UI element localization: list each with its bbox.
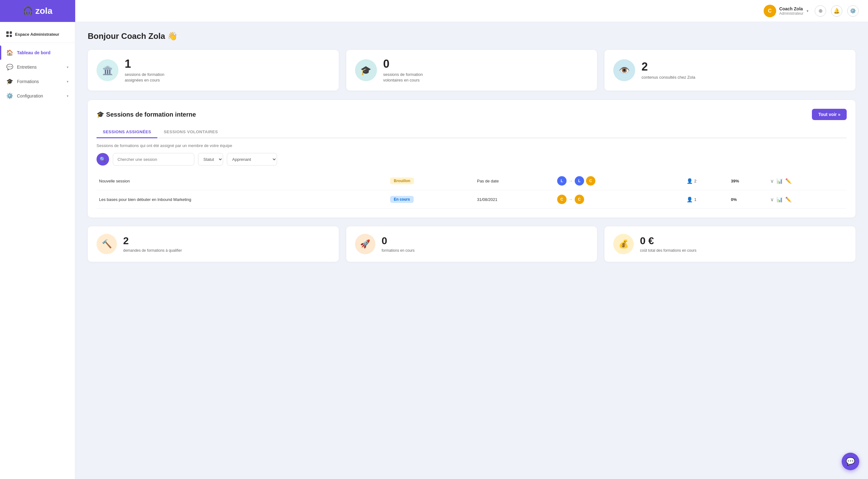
stats-row: 🏛️ 1 sessions de formationassignées en c… (88, 50, 856, 91)
bottom-stat-card-1: 🔨 2 demandes de formations à qualifier (88, 226, 339, 262)
tout-voir-button[interactable]: Tout voir » (812, 109, 847, 120)
actions-group: ∨ 📊 ✏️ (770, 178, 844, 184)
app-name: zola (35, 6, 52, 16)
chat-icon: 💬 (6, 64, 13, 70)
chevron-down-icon: ▾ (67, 94, 69, 98)
logo-icon: 🎧 (23, 6, 33, 16)
person-icon: 👤 (687, 197, 693, 203)
stat-info-3: 2 contenus consultés chez Zola (642, 60, 695, 80)
avatar: C (764, 5, 776, 17)
person-icon: 👤 (687, 178, 693, 184)
sidebar-item-label: Formations (17, 79, 39, 84)
settings-button[interactable]: ⚙️ (847, 5, 859, 17)
count-value: 2 (694, 179, 696, 183)
session-progress-1: 39% (728, 172, 768, 190)
session-name-2: Les bases pour bien débuter en Inbound M… (96, 190, 388, 209)
tout-voir-label: Tout voir » (818, 112, 840, 117)
stat-label-1: sessions de formationassignées en cours (125, 72, 164, 83)
stat-label-3: contenus consultés chez Zola (642, 74, 695, 80)
session-badge-2: En cours (388, 190, 474, 209)
sidebar-item-configuration[interactable]: ⚙️ Configuration ▾ (0, 89, 75, 103)
add-button[interactable]: ⊕ (815, 5, 826, 17)
apprenant-filter[interactable]: Apprenant (227, 153, 277, 166)
avatar-from: L (557, 176, 566, 186)
bottom-stat-icon-3: 💰 (613, 234, 633, 254)
logo[interactable]: 🎧 zola (0, 0, 75, 22)
search-icon: 🔍 (100, 156, 106, 162)
bottom-stat-info-3: 0 € coût total des formations en cours (640, 235, 696, 253)
sidebar-item-label: Entretiens (17, 65, 37, 69)
notifications-button[interactable]: 🔔 (831, 5, 842, 17)
search-button[interactable]: 🔍 (96, 153, 109, 166)
tab-sessions-volontaires[interactable]: SESSIONS VOLONTAIRES (157, 126, 224, 138)
tab-sessions-assignees[interactable]: SESSIONS ASSIGNÉES (96, 126, 157, 138)
sidebar-item-formations[interactable]: 🎓 Formations ▾ (0, 74, 75, 89)
bottom-stat-info-2: 0 formations en cours (382, 235, 414, 253)
layout: Espace Administrateur 🏠 Tableau de bord … (0, 22, 868, 479)
bottom-stat-info-1: 2 demandes de formations à qualifier (123, 235, 182, 253)
chevron-down-icon[interactable]: ∨ (770, 178, 774, 184)
edit-icon[interactable]: ✏️ (785, 178, 792, 184)
sessions-table: Nouvelle session Brouillon Pas de date L… (96, 172, 847, 209)
user-name: Coach Zola (779, 6, 803, 11)
bottom-stat-label-1: demandes de formations à qualifier (123, 248, 182, 253)
bar-chart-icon[interactable]: 📊 (776, 197, 783, 203)
home-icon: 🏠 (6, 49, 13, 56)
bottom-stat-number-1: 2 (123, 235, 182, 247)
stat-info-2: 0 sessions de formationvolontaires en co… (383, 57, 423, 83)
sidebar-section-label: Espace Administrateur (15, 32, 59, 37)
avatars-group: C → C (557, 195, 682, 204)
actions-group: ∨ 📊 ✏️ (770, 197, 844, 203)
search-row: 🔍 Statut Apprenant (96, 153, 847, 166)
user-details: Coach Zola Administrateur (779, 6, 803, 16)
topbar-icons: ⊕ 🔔 ⚙️ (815, 5, 859, 17)
chevron-down-icon: ▾ (67, 65, 69, 69)
avatars-group: L → L C (557, 176, 682, 186)
topbar: 🎧 zola C Coach Zola Administrateur ▾ ⊕ 🔔… (0, 0, 868, 22)
statut-filter[interactable]: Statut (198, 153, 223, 166)
bottom-stat-icon-2: 🚀 (355, 234, 375, 254)
search-input[interactable] (113, 153, 194, 166)
status-badge: Brouillon (390, 177, 414, 184)
sidebar-item-tableau-de-bord[interactable]: 🏠 Tableau de bord (0, 46, 75, 60)
bottom-stat-icon-1: 🔨 (96, 234, 117, 254)
sessions-section: 🎓 Sessions de formation interne Tout voi… (88, 100, 856, 217)
arrow-right-icon: → (568, 178, 573, 183)
bar-chart-icon[interactable]: 📊 (776, 178, 783, 184)
bottom-stats-row: 🔨 2 demandes de formations à qualifier 🚀… (88, 226, 856, 262)
avatar-to: C (575, 195, 584, 204)
edit-icon[interactable]: ✏️ (785, 197, 792, 203)
chevron-down-icon[interactable]: ∨ (770, 197, 774, 203)
stat-icon-1: 🏛️ (96, 59, 119, 81)
stat-card-3: 👁️ 2 contenus consultés chez Zola (604, 50, 856, 91)
status-badge: En cours (390, 196, 414, 203)
sidebar-section-title: Espace Administrateur (0, 28, 75, 40)
sessions-header: 🎓 Sessions de formation interne Tout voi… (96, 109, 847, 120)
arrow-right-icon: → (568, 197, 573, 202)
stat-card-2: 🎓 0 sessions de formationvolontaires en … (346, 50, 597, 91)
table-row: Nouvelle session Brouillon Pas de date L… (96, 172, 847, 190)
page-title: Bonjour Coach Zola 👋 (88, 31, 856, 41)
session-date-1: Pas de date (474, 172, 555, 190)
session-progress-2: 0% (728, 190, 768, 209)
sessions-title: 🎓 Sessions de formation interne (96, 111, 196, 118)
sidebar-item-label: Configuration (17, 93, 43, 98)
session-name-1: Nouvelle session (96, 172, 388, 190)
user-role: Administrateur (779, 11, 803, 16)
avatar-extra: C (586, 176, 595, 186)
sessions-subtitle: Sessions de formations qui ont été assig… (96, 143, 847, 148)
stat-label-2: sessions de formationvolontaires en cour… (383, 72, 423, 83)
sidebar-divider (0, 42, 75, 43)
avatar-to: L (575, 176, 584, 186)
sessions-tabs: SESSIONS ASSIGNÉES SESSIONS VOLONTAIRES (96, 126, 847, 138)
stat-number-3: 2 (642, 60, 695, 73)
table-row: Les bases pour bien débuter en Inbound M… (96, 190, 847, 209)
bottom-stat-card-2: 🚀 0 formations en cours (346, 226, 597, 262)
stat-icon-3: 👁️ (613, 59, 635, 81)
user-info[interactable]: C Coach Zola Administrateur ▾ (764, 5, 808, 17)
sidebar-item-entretiens[interactable]: 💬 Entretiens ▾ (0, 60, 75, 74)
stat-info-1: 1 sessions de formationassignées en cour… (125, 57, 164, 83)
chat-bubble-button[interactable]: 💬 (842, 453, 859, 470)
grid-icon (6, 31, 12, 37)
session-count-1: 👤 2 (684, 172, 728, 190)
